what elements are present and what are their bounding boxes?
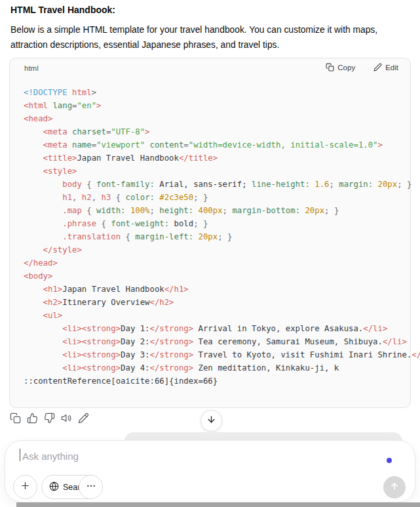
- more-options-button[interactable]: [79, 475, 103, 499]
- edit-response-button[interactable]: [78, 413, 89, 424]
- copy-button-label: Copy: [337, 64, 355, 71]
- plus-icon: [20, 480, 31, 494]
- attach-plus-button[interactable]: [13, 475, 37, 499]
- code-language-label: html: [24, 64, 39, 72]
- edit-code-button[interactable]: Edit: [373, 63, 398, 71]
- copy-response-button[interactable]: [10, 413, 21, 424]
- message-heading: HTML Travel Handbook:: [10, 5, 115, 15]
- read-aloud-icon: [61, 413, 72, 424]
- copy-icon: [326, 63, 334, 71]
- code-content: <!DOCTYPE html><html lang="en"><head> <m…: [24, 86, 420, 388]
- copy-icon: [10, 413, 21, 424]
- window-bottom-strip: [16, 502, 420, 507]
- send-up-arrow-icon: [389, 481, 400, 494]
- read-aloud-button[interactable]: [61, 413, 72, 424]
- status-dot: [387, 458, 392, 463]
- thumbs-down-icon: [44, 413, 55, 424]
- thumbs-up-icon: [27, 413, 38, 424]
- message-input[interactable]: [21, 447, 351, 465]
- edit-pencil-icon: [78, 413, 89, 424]
- down-arrow-icon: [206, 415, 216, 427]
- globe-icon: [49, 481, 59, 493]
- ellipsis-icon: [86, 481, 96, 494]
- code-block-toolbar: Copy Edit: [326, 63, 398, 71]
- edit-pencil-icon: [373, 63, 382, 71]
- code-block: html Copy Edit <!DOCTYPE html><html lang…: [9, 58, 411, 408]
- edit-button-label: Edit: [385, 64, 398, 71]
- thumbs-up-button[interactable]: [27, 413, 38, 424]
- thumbs-down-button[interactable]: [44, 413, 55, 424]
- message-paragraph: Below is a simple HTML template for your…: [10, 22, 405, 52]
- scroll-to-bottom-button[interactable]: [200, 410, 222, 432]
- message-actions-bar: [10, 413, 89, 424]
- text-cursor: [20, 449, 20, 461]
- composer: Search: [5, 440, 415, 502]
- send-button[interactable]: [383, 476, 406, 498]
- copy-code-button[interactable]: Copy: [326, 63, 355, 71]
- chat-screen: HTML Travel Handbook: Below is a simple …: [0, 0, 420, 507]
